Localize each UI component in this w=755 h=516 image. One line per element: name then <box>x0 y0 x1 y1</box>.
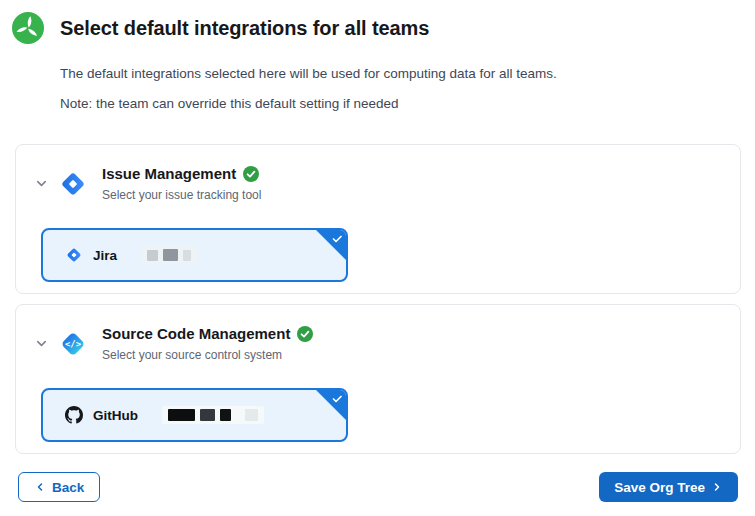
green-check-circle-icon <box>297 326 313 342</box>
check-icon <box>331 233 343 245</box>
page-title: Select default integrations for all team… <box>60 17 429 40</box>
section-subtitle: Select your issue tracking tool <box>102 188 261 202</box>
redacted-text <box>162 406 264 424</box>
chevron-down-icon[interactable] <box>34 176 49 191</box>
option-jira[interactable]: Jira <box>41 228 348 282</box>
section-header: Issue Management Select your issue track… <box>34 165 716 202</box>
jira-icon <box>65 246 83 264</box>
green-check-circle-icon <box>243 166 259 182</box>
app-logo-icon <box>12 12 44 44</box>
back-button[interactable]: Back <box>18 472 100 502</box>
section-title: Source Code Management <box>102 325 290 342</box>
option-name: GitHub <box>93 408 138 423</box>
option-name: Jira <box>93 248 117 263</box>
svg-text:</>: </> <box>65 339 81 349</box>
github-icon <box>65 406 83 424</box>
section-issue-management: Issue Management Select your issue track… <box>15 144 741 294</box>
page-description: The default integrations selected here w… <box>60 66 755 81</box>
check-icon <box>331 393 343 405</box>
page-note: Note: the team can override this default… <box>60 96 755 111</box>
jira-icon <box>58 169 88 199</box>
page-header: Select default integrations for all team… <box>12 12 755 44</box>
save-button-label: Save Org Tree <box>614 480 705 495</box>
chevron-down-icon[interactable] <box>34 336 49 351</box>
section-title: Issue Management <box>102 165 236 182</box>
footer: Back Save Org Tree <box>0 472 755 502</box>
section-header: </> Source Code Management Select your s… <box>34 325 716 362</box>
save-org-tree-button[interactable]: Save Org Tree <box>599 472 738 502</box>
option-github[interactable]: GitHub <box>41 388 348 442</box>
source-code-icon: </> <box>58 329 88 359</box>
chevron-right-icon <box>711 481 723 493</box>
section-source-code-management: </> Source Code Management Select your s… <box>15 304 741 454</box>
chevron-left-icon <box>34 481 46 493</box>
section-subtitle: Select your source control system <box>102 348 313 362</box>
back-button-label: Back <box>52 480 84 495</box>
redacted-text <box>141 246 197 264</box>
